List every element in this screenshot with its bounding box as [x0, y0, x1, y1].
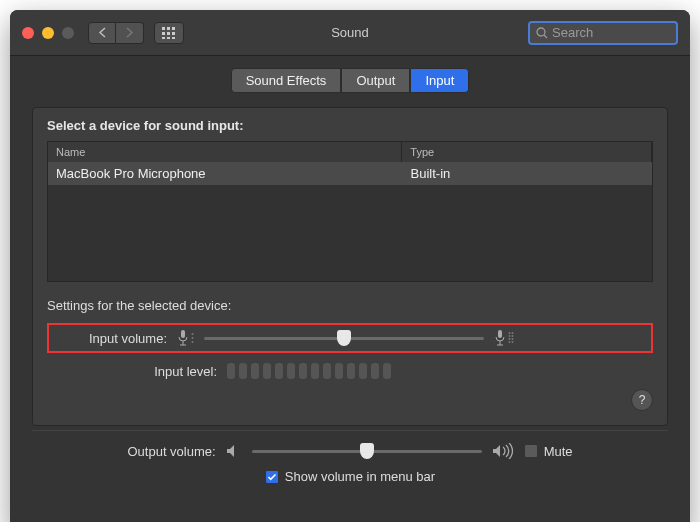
input-volume-label: Input volume:: [57, 331, 167, 346]
svg-rect-0: [162, 27, 165, 30]
svg-point-22: [509, 338, 511, 340]
tab-bar: Sound Effects Output Input: [32, 68, 668, 93]
svg-rect-1: [167, 27, 170, 30]
traffic-lights: [22, 27, 74, 39]
show-in-menubar-label: Show volume in menu bar: [285, 469, 435, 484]
show-in-menubar-checkbox[interactable]: [265, 470, 279, 484]
minimize-button[interactable]: [42, 27, 54, 39]
window-title: Sound: [331, 25, 369, 40]
svg-point-15: [192, 337, 194, 339]
bottom-controls: Output volume: Mute Sh: [32, 443, 668, 484]
svg-rect-7: [167, 37, 170, 39]
output-volume-label: Output volume:: [127, 444, 215, 459]
table-row[interactable]: MacBook Pro Microphone Built-in: [48, 162, 652, 185]
tab-output[interactable]: Output: [341, 68, 410, 93]
output-volume-thumb[interactable]: [360, 443, 374, 459]
col-name[interactable]: Name: [48, 142, 402, 162]
svg-rect-8: [172, 37, 175, 39]
svg-rect-4: [167, 32, 170, 35]
close-button[interactable]: [22, 27, 34, 39]
settings-heading: Settings for the selected device:: [47, 298, 653, 313]
content: Sound Effects Output Input Select a devi…: [10, 56, 690, 522]
speaker-low-icon: [226, 444, 242, 458]
tab-sound-effects[interactable]: Sound Effects: [231, 68, 342, 93]
titlebar: Sound Search: [10, 10, 690, 56]
search-field[interactable]: Search: [528, 21, 678, 45]
input-level-row: Input level:: [47, 363, 653, 379]
svg-rect-17: [498, 330, 502, 338]
show-in-menubar-control[interactable]: Show volume in menu bar: [265, 469, 435, 484]
search-placeholder: Search: [552, 25, 593, 40]
table-empty-area: [48, 185, 652, 281]
svg-point-27: [512, 341, 514, 343]
output-volume-slider[interactable]: [252, 450, 482, 453]
svg-rect-11: [181, 330, 185, 338]
zoom-button[interactable]: [62, 27, 74, 39]
forward-button[interactable]: [116, 22, 144, 44]
input-panel: Select a device for sound input: Name Ty…: [32, 107, 668, 426]
mute-control[interactable]: Mute: [524, 444, 573, 459]
svg-point-21: [509, 335, 511, 337]
table-header: Name Type: [48, 142, 652, 162]
sound-preferences-window: Sound Search Sound Effects Output Input …: [10, 10, 690, 522]
svg-point-26: [512, 338, 514, 340]
svg-point-24: [512, 332, 514, 334]
input-volume-slider[interactable]: [204, 337, 484, 340]
svg-rect-6: [162, 37, 165, 39]
svg-rect-5: [172, 32, 175, 35]
svg-point-14: [192, 333, 194, 335]
svg-point-16: [192, 341, 194, 343]
svg-point-25: [512, 335, 514, 337]
mic-low-icon: [177, 329, 194, 347]
input-level-meter: [227, 363, 391, 379]
divider: [32, 430, 668, 431]
svg-line-10: [544, 35, 547, 38]
show-all-button[interactable]: [154, 22, 184, 44]
svg-point-23: [509, 341, 511, 343]
svg-point-9: [537, 28, 545, 36]
mic-high-icon: [494, 329, 514, 347]
nav-buttons: [88, 22, 144, 44]
help-button[interactable]: ?: [631, 389, 653, 411]
svg-point-20: [509, 332, 511, 334]
mute-label: Mute: [544, 444, 573, 459]
col-type[interactable]: Type: [402, 142, 652, 162]
output-volume-row: Output volume: Mute: [127, 443, 572, 459]
input-volume-row: Input volume:: [47, 323, 653, 353]
device-table: Name Type MacBook Pro Microphone Built-i…: [47, 141, 653, 282]
back-button[interactable]: [88, 22, 116, 44]
mute-checkbox[interactable]: [524, 444, 538, 458]
device-name: MacBook Pro Microphone: [48, 162, 403, 185]
device-type: Built-in: [403, 162, 652, 185]
input-level-label: Input level:: [107, 364, 217, 379]
search-icon: [536, 27, 548, 39]
input-volume-thumb[interactable]: [337, 330, 351, 346]
svg-rect-2: [172, 27, 175, 30]
svg-rect-3: [162, 32, 165, 35]
speaker-high-icon: [492, 443, 514, 459]
panel-heading: Select a device for sound input:: [47, 118, 653, 133]
tab-input[interactable]: Input: [410, 68, 469, 93]
